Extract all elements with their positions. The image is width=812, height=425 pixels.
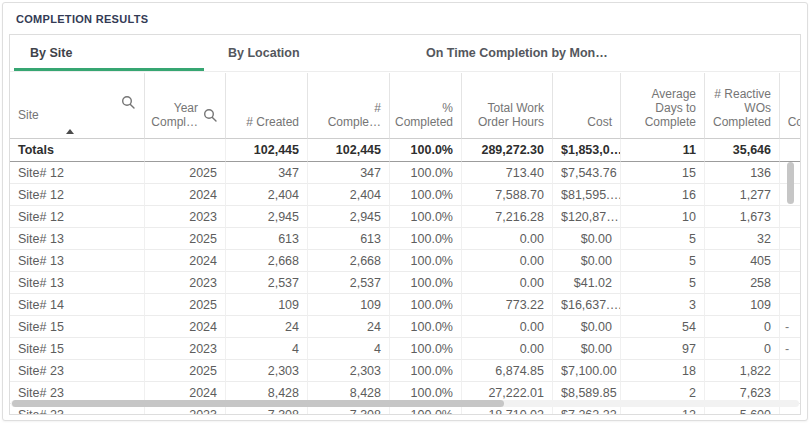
cell-created: 2,668 bbox=[226, 250, 308, 272]
cell-hours: 0.00 bbox=[462, 316, 553, 338]
cell-cost: $41.02 bbox=[553, 272, 621, 294]
table-row[interactable]: Site# 2320252,3032,303100.0%6,874.85$7,1… bbox=[10, 360, 800, 382]
tab-by-location[interactable]: By Location bbox=[210, 35, 410, 71]
column-label: Year Compl… bbox=[151, 101, 198, 129]
cell-created: 2,404 bbox=[226, 184, 308, 206]
horizontal-scrollbar-track[interactable] bbox=[11, 400, 799, 407]
cell-year: 2025 bbox=[145, 162, 226, 184]
cell-site: Site# 13 bbox=[10, 250, 145, 272]
cell-avg_days: 15 bbox=[621, 162, 705, 184]
cell-pct: 100.0% bbox=[390, 162, 462, 184]
column-label: % Completed bbox=[395, 101, 453, 129]
cell-site: Site# 14 bbox=[10, 294, 145, 316]
cell-created: 613 bbox=[226, 228, 308, 250]
cell-extra: - bbox=[780, 316, 800, 338]
cell-hours: 773.22 bbox=[462, 294, 553, 316]
cell-extra: - bbox=[780, 338, 800, 360]
column-header-site[interactable]: Site bbox=[10, 73, 145, 139]
cell-hours: 713.40 bbox=[462, 162, 553, 184]
cell-avg_days: 5 bbox=[621, 250, 705, 272]
search-icon[interactable] bbox=[203, 108, 217, 122]
cell-hours: 0.00 bbox=[462, 338, 553, 360]
table-row[interactable]: Site# 1220232,9452,945100.0%7,216.28$120… bbox=[10, 206, 800, 228]
column-label: Cost bbox=[587, 115, 612, 129]
column-header-pct[interactable]: % Completed bbox=[390, 73, 462, 139]
table-header: SiteYear Compl…# Created# Comple…% Compl… bbox=[10, 73, 800, 139]
tab-bar: By Site By Location On Time Completion b… bbox=[10, 35, 800, 72]
table-row[interactable]: Site# 1220242,4042,404100.0%7,588.70$81,… bbox=[10, 184, 800, 206]
cell-extra bbox=[780, 272, 800, 294]
table-row[interactable]: Site# 1320232,5372,537100.0%0.00$41.0252… bbox=[10, 272, 800, 294]
column-header-reactive[interactable]: # Reactive WOs Completed bbox=[705, 73, 780, 139]
tab-label: By Location bbox=[228, 46, 300, 60]
column-header-cost[interactable]: Cost bbox=[553, 73, 621, 139]
table-row[interactable]: Site# 15202344100.0%0.00$0.00970- bbox=[10, 338, 800, 360]
cell-extra bbox=[780, 228, 800, 250]
results-table: SiteYear Compl…# Created# Comple…% Compl… bbox=[10, 73, 800, 414]
table-row[interactable]: Site# 1320242,6682,668100.0%0.00$0.00540… bbox=[10, 250, 800, 272]
cell-pct: 100.0% bbox=[390, 139, 462, 162]
cell-extra bbox=[780, 206, 800, 228]
totals-row[interactable]: Totals102,445102,445100.0%289,272.30$1,8… bbox=[10, 139, 800, 162]
cell-created: 347 bbox=[226, 162, 308, 184]
header-row: SiteYear Compl…# Created# Comple…% Compl… bbox=[10, 73, 800, 139]
cell-cost: $1,853,0… bbox=[553, 139, 621, 162]
vertical-scrollbar-thumb[interactable] bbox=[787, 162, 794, 204]
table-row[interactable]: Site# 142025109109100.0%773.22$16,637.…3… bbox=[10, 294, 800, 316]
table-row[interactable]: Site# 1520242424100.0%0.00$0.00540- bbox=[10, 316, 800, 338]
column-label: Co bbox=[788, 115, 800, 129]
cell-site: Site# 15 bbox=[10, 338, 145, 360]
column-header-year[interactable]: Year Compl… bbox=[145, 73, 226, 139]
horizontal-scrollbar-thumb[interactable] bbox=[12, 400, 504, 407]
table-row[interactable]: Site# 122025347347100.0%713.40$7,543.761… bbox=[10, 162, 800, 184]
cell-cost: $0.00 bbox=[553, 250, 621, 272]
cell-site: Site# 15 bbox=[10, 316, 145, 338]
cell-reactive: 32 bbox=[705, 228, 780, 250]
cell-completed: 2,404 bbox=[308, 184, 390, 206]
cell-pct: 100.0% bbox=[390, 338, 462, 360]
cell-cost: $0.00 bbox=[553, 316, 621, 338]
tab-by-site[interactable]: By Site bbox=[10, 35, 210, 71]
cell-completed: 102,445 bbox=[308, 139, 390, 162]
column-label: # Comple… bbox=[328, 101, 381, 129]
cell-avg_days: 16 bbox=[621, 184, 705, 206]
cell-hours: 0.00 bbox=[462, 228, 553, 250]
column-header-extra[interactable]: Co bbox=[780, 73, 800, 139]
cell-pct: 100.0% bbox=[390, 294, 462, 316]
cell-avg_days: 97 bbox=[621, 338, 705, 360]
cell-avg_days: 54 bbox=[621, 316, 705, 338]
column-label: Site bbox=[18, 108, 39, 122]
column-label: Total Work Order Hours bbox=[478, 101, 544, 129]
cell-completed: 2,945 bbox=[308, 206, 390, 228]
cell-created: 24 bbox=[226, 316, 308, 338]
column-label: # Created bbox=[246, 115, 299, 129]
cell-cost: $120,87… bbox=[553, 206, 621, 228]
cell-reactive: 1,277 bbox=[705, 184, 780, 206]
cell-avg_days: 3 bbox=[621, 294, 705, 316]
cell-hours: 7,588.70 bbox=[462, 184, 553, 206]
cell-year: 2024 bbox=[145, 250, 226, 272]
cell-hours: 7,216.28 bbox=[462, 206, 553, 228]
cell-avg_days: 5 bbox=[621, 272, 705, 294]
cell-site: Site# 13 bbox=[10, 272, 145, 294]
column-header-hours[interactable]: Total Work Order Hours bbox=[462, 73, 553, 139]
cell-created: 109 bbox=[226, 294, 308, 316]
column-header-created[interactable]: # Created bbox=[226, 73, 308, 139]
search-icon[interactable] bbox=[121, 95, 135, 109]
tab-label: On Time Completion by Mon… bbox=[426, 46, 608, 60]
cell-hours: 0.00 bbox=[462, 272, 553, 294]
table-row[interactable]: Site# 132025613613100.0%0.00$0.00532 bbox=[10, 228, 800, 250]
tab-on-time-completion[interactable]: On Time Completion by Mon… bbox=[410, 35, 800, 71]
cell-pct: 100.0% bbox=[390, 360, 462, 382]
cell-pct: 100.0% bbox=[390, 316, 462, 338]
cell-reactive: 0 bbox=[705, 338, 780, 360]
cell-avg_days: 11 bbox=[621, 139, 705, 162]
column-header-completed[interactable]: # Comple… bbox=[308, 73, 390, 139]
cell-created: 4 bbox=[226, 338, 308, 360]
cell-site: Site# 23 bbox=[10, 360, 145, 382]
column-header-avg_days[interactable]: Average Days to Complete bbox=[621, 73, 705, 139]
sort-asc-icon[interactable] bbox=[66, 129, 74, 134]
cell-hours: 289,272.30 bbox=[462, 139, 553, 162]
cell-year: 2024 bbox=[145, 184, 226, 206]
cell-completed: 2,303 bbox=[308, 360, 390, 382]
